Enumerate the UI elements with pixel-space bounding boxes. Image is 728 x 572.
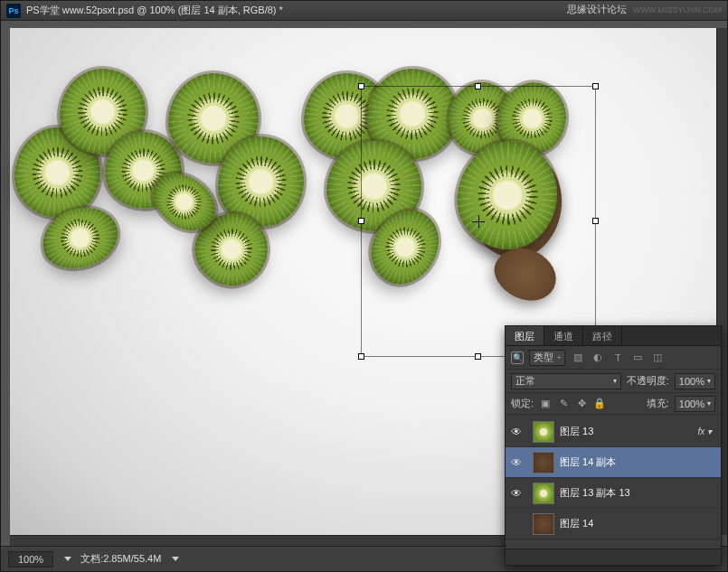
panel-tabs: 图层 通道 路径	[506, 326, 721, 346]
layer-thumbnail[interactable]	[533, 483, 554, 504]
layers-panel[interactable]: 图层 通道 路径 🔍 类型 ÷ ▧ ◐ T ▭ ◫ 正常 ▾ 不透明度: 100…	[505, 325, 722, 566]
window-title: PS学堂 www.52psxt.psd @ 100% (图层 14 副本, RG…	[26, 4, 283, 17]
blend-mode-dropdown[interactable]: 正常 ▾	[511, 373, 621, 389]
transform-handle-mr[interactable]	[592, 218, 599, 224]
filter-text-icon[interactable]: T	[610, 352, 625, 364]
layer-row[interactable]: 👁 图层 13 fx ▾	[506, 417, 721, 447]
eye-icon[interactable]: 👁	[506, 456, 527, 469]
chevron-down-icon[interactable]	[64, 557, 71, 561]
opacity-label: 不透明度:	[627, 374, 669, 388]
transform-handle-tl[interactable]	[358, 83, 364, 89]
layer-name[interactable]: 图层 14 副本	[560, 455, 715, 469]
blend-mode-value: 正常	[515, 374, 535, 388]
document-size: 文档:2.85M/55.4M	[80, 552, 161, 566]
layer-thumbnail[interactable]	[533, 421, 554, 443]
lock-position-icon[interactable]: ✥	[575, 398, 588, 410]
eye-icon[interactable]: 👁	[506, 487, 527, 500]
lock-paint-icon[interactable]: ✎	[557, 398, 570, 410]
layer-name[interactable]: 图层 13 副本 13	[560, 486, 715, 500]
filter-smart-icon[interactable]: ◫	[650, 352, 665, 364]
blend-row: 正常 ▾ 不透明度: 100% ▾	[506, 370, 721, 393]
titlebar[interactable]: Ps PS学堂 www.52psxt.psd @ 100% (图层 14 副本,…	[1, 1, 727, 21]
layer-thumbnail[interactable]	[533, 452, 554, 474]
layer-row[interactable]: 图层 14	[506, 509, 721, 539]
panel-footer	[506, 549, 721, 565]
watermark-main: 思缘设计论坛	[567, 4, 627, 14]
filter-pixel-icon[interactable]: ▧	[571, 352, 585, 364]
lock-all-icon[interactable]: 🔒	[593, 398, 606, 410]
filter-type-dropdown[interactable]: 类型 ÷	[529, 350, 565, 366]
watermark: 思缘设计论坛 WWW.MISSYUAN.COM	[567, 3, 722, 16]
fill-value: 100%	[679, 399, 704, 409]
layer-row[interactable]: 👁 图层 13 副本 13	[506, 478, 721, 509]
tab-channels[interactable]: 通道	[544, 326, 583, 345]
tab-paths[interactable]: 路径	[583, 326, 622, 345]
transform-handle-ml[interactable]	[358, 218, 364, 224]
transform-handle-tr[interactable]	[592, 83, 599, 89]
opacity-input[interactable]: 100% ▾	[675, 373, 715, 389]
lock-pixels-icon[interactable]: ▣	[539, 398, 552, 410]
zoom-input[interactable]: 100%	[8, 551, 53, 567]
fill-input[interactable]: 100% ▾	[675, 396, 715, 412]
layer-thumbnail[interactable]	[533, 513, 554, 535]
layer-name[interactable]: 图层 14	[560, 517, 715, 530]
transform-handle-bm[interactable]	[475, 353, 481, 360]
layer-row[interactable]: 👁 图层 14 副本	[506, 447, 721, 478]
chevron-down-icon[interactable]	[172, 557, 179, 561]
layer-list[interactable]: 👁 图层 13 fx ▾ 👁 图层 14 副本 👁 图层 13 副本 13 图层…	[506, 417, 721, 549]
search-icon[interactable]: 🔍	[511, 352, 524, 364]
transform-handle-bl[interactable]	[358, 353, 364, 360]
tab-layers[interactable]: 图层	[506, 326, 544, 345]
transform-center-icon[interactable]	[472, 215, 485, 228]
transform-bounding-box[interactable]	[361, 86, 596, 357]
opacity-value: 100%	[679, 376, 704, 387]
filter-type-label: 类型	[534, 351, 553, 364]
lock-row: 锁定: ▣ ✎ ✥ 🔒 填充: 100% ▾	[506, 393, 721, 415]
watermark-sub: WWW.MISSYUAN.COM	[633, 5, 722, 14]
layer-filter-row: 🔍 类型 ÷ ▧ ◐ T ▭ ◫	[506, 346, 721, 370]
app-icon: Ps	[6, 4, 21, 18]
filter-adjust-icon[interactable]: ◐	[591, 352, 605, 364]
eye-icon[interactable]: 👁	[506, 426, 527, 438]
fill-label: 填充:	[647, 397, 669, 410]
filter-shape-icon[interactable]: ▭	[630, 352, 645, 364]
fx-badge[interactable]: fx ▾	[697, 427, 712, 436]
transform-handle-tm[interactable]	[475, 83, 481, 89]
lock-label: 锁定:	[511, 397, 534, 410]
layer-name[interactable]: 图层 13	[560, 425, 697, 438]
